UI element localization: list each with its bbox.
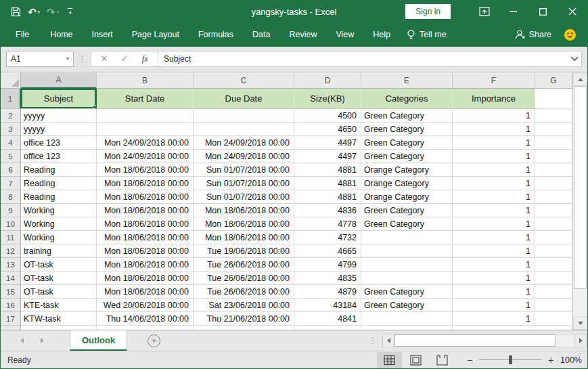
cell-D14[interactable]: 4835: [294, 272, 361, 285]
cell-C3[interactable]: [194, 123, 294, 136]
cell-C2[interactable]: [194, 109, 294, 123]
cell-G9[interactable]: [535, 204, 572, 217]
cell-C10[interactable]: Mon 18/06/2018 00:00: [194, 217, 294, 231]
row-header-16[interactable]: 16: [1, 299, 21, 312]
cell-C7[interactable]: Sun 01/07/2018 00:00: [194, 177, 294, 190]
ribbon-display-options-button[interactable]: [471, 1, 498, 22]
minimize-button[interactable]: [498, 1, 528, 22]
cell-B16[interactable]: Wed 20/06/2018 00:00: [97, 299, 194, 312]
row-header-9[interactable]: 9: [1, 204, 21, 217]
column-header-C[interactable]: C: [194, 72, 294, 89]
cell-F7[interactable]: 1: [453, 177, 535, 190]
cell-A11[interactable]: Working: [21, 231, 97, 244]
cell-E4[interactable]: Green Category: [361, 136, 453, 150]
cell-A8[interactable]: Reading: [21, 190, 97, 204]
cell-G6[interactable]: [535, 163, 572, 177]
row-header-8[interactable]: 8: [1, 190, 21, 204]
cell-C5[interactable]: Mon 24/09/2018 00:00: [194, 150, 294, 163]
ribbon-tab-home[interactable]: Home: [43, 26, 80, 43]
cell-B10[interactable]: Mon 18/06/2018 00:00: [97, 217, 194, 231]
cell-D2[interactable]: 4500: [294, 109, 361, 123]
cell-B5[interactable]: Mon 24/09/2018 00:00: [97, 150, 194, 163]
cell-E11[interactable]: [361, 231, 453, 244]
cell-D10[interactable]: 4778: [294, 217, 361, 231]
cell-D16[interactable]: 43184: [294, 299, 361, 312]
row-header-3[interactable]: 3: [1, 123, 21, 136]
vertical-scrollbar-track[interactable]: [573, 289, 587, 316]
close-button[interactable]: [558, 1, 587, 22]
cell-G7[interactable]: [535, 177, 572, 190]
scroll-up-button[interactable]: [573, 72, 587, 86]
cell-E10[interactable]: Green Category: [361, 217, 453, 231]
cell-A6[interactable]: Reading: [21, 163, 97, 177]
cell-C16[interactable]: Sat 23/06/2018 00:00: [194, 299, 294, 312]
redo-button[interactable]: ↷▾: [45, 5, 61, 18]
cell-A12[interactable]: training: [21, 244, 97, 258]
cell-F3[interactable]: 1: [453, 123, 535, 136]
scroll-left-button[interactable]: [382, 334, 394, 347]
cell-E12[interactable]: [361, 244, 453, 258]
cell-G14[interactable]: [535, 272, 572, 285]
next-sheet-button[interactable]: [32, 330, 52, 351]
cell-B2[interactable]: [97, 109, 194, 123]
cell-D8[interactable]: 4881: [294, 190, 361, 204]
cell-E9[interactable]: Green Category: [361, 204, 453, 217]
ribbon-tab-formulas[interactable]: Formulas: [191, 26, 241, 43]
vertical-scrollbar[interactable]: [572, 72, 587, 330]
name-box-dropdown-icon[interactable]: ▾: [66, 56, 69, 62]
cell-D1[interactable]: Size(KB): [294, 89, 361, 109]
maximize-button[interactable]: [528, 1, 558, 22]
cell-D11[interactable]: 4732: [294, 231, 361, 244]
cell-A9[interactable]: Working: [21, 204, 97, 217]
zoom-in-button[interactable]: +: [547, 355, 555, 366]
cell-F8[interactable]: 1: [453, 190, 535, 204]
cell-C12[interactable]: Tue 19/06/2018 00:00: [194, 244, 294, 258]
cell-E16[interactable]: Green Category: [361, 299, 453, 312]
cell-E7[interactable]: Orange Category: [361, 177, 453, 190]
save-button[interactable]: [9, 5, 23, 18]
row-header-11[interactable]: 11: [1, 231, 21, 244]
ribbon-tab-page-layout[interactable]: Page Layout: [125, 26, 187, 43]
cell-F5[interactable]: 1: [453, 150, 535, 163]
cell-E5[interactable]: Green Category: [361, 150, 453, 163]
ribbon-tab-insert[interactable]: Insert: [85, 26, 120, 43]
column-header-G[interactable]: G: [535, 72, 572, 89]
row-header-6[interactable]: 6: [1, 163, 21, 177]
zoom-slider-thumb[interactable]: [509, 355, 512, 364]
vertical-scrollbar-thumb[interactable]: [574, 86, 587, 289]
horizontal-scrollbar[interactable]: ⋮: [369, 333, 587, 348]
cell-C14[interactable]: Tue 26/06/2018 00:00: [194, 272, 294, 285]
cell-B17[interactable]: Thu 14/06/2018 00:00: [97, 312, 194, 326]
cell-C1[interactable]: Due Date: [194, 89, 294, 109]
row-header-1[interactable]: 1: [1, 89, 21, 109]
row-header-12[interactable]: 12: [1, 244, 21, 258]
cell-B12[interactable]: Mon 18/06/2018 00:00: [97, 244, 194, 258]
cell-C8[interactable]: Sun 01/07/2018 00:00: [194, 190, 294, 204]
cell-A5[interactable]: office 123: [21, 150, 97, 163]
cell-A16[interactable]: KTE-task: [21, 299, 97, 312]
cell-G16[interactable]: [535, 299, 572, 312]
cell-E15[interactable]: Green Category: [361, 285, 453, 299]
row-header-17[interactable]: 17: [1, 312, 21, 326]
enter-button[interactable]: ✓: [114, 53, 135, 64]
cell-F2[interactable]: 1: [453, 109, 535, 123]
cell-F12[interactable]: 1: [453, 244, 535, 258]
cell-D6[interactable]: 4881: [294, 163, 361, 177]
cell-F13[interactable]: 1: [453, 258, 535, 272]
ribbon-tab-view[interactable]: View: [328, 26, 361, 43]
row-header-2[interactable]: 2: [1, 109, 21, 123]
cell-F17[interactable]: 1: [453, 312, 535, 326]
cell-B13[interactable]: Mon 18/06/2018 00:00: [97, 258, 194, 272]
cell-C6[interactable]: Sun 01/07/2018 00:00: [194, 163, 294, 177]
previous-sheet-button[interactable]: [12, 330, 32, 351]
column-header-F[interactable]: F: [453, 72, 535, 89]
cell-A13[interactable]: OT-task: [21, 258, 97, 272]
cancel-button[interactable]: ✕: [94, 53, 114, 64]
cell-A2[interactable]: yyyyy: [21, 109, 97, 123]
cell-G12[interactable]: [535, 244, 572, 258]
undo-button[interactable]: ↶▾: [26, 5, 42, 18]
cell-D9[interactable]: 4836: [294, 204, 361, 217]
cell-C15[interactable]: Tue 26/06/2018 00:00: [194, 285, 294, 299]
cell-G10[interactable]: [535, 217, 572, 231]
cell-A1[interactable]: Subject: [21, 89, 97, 109]
